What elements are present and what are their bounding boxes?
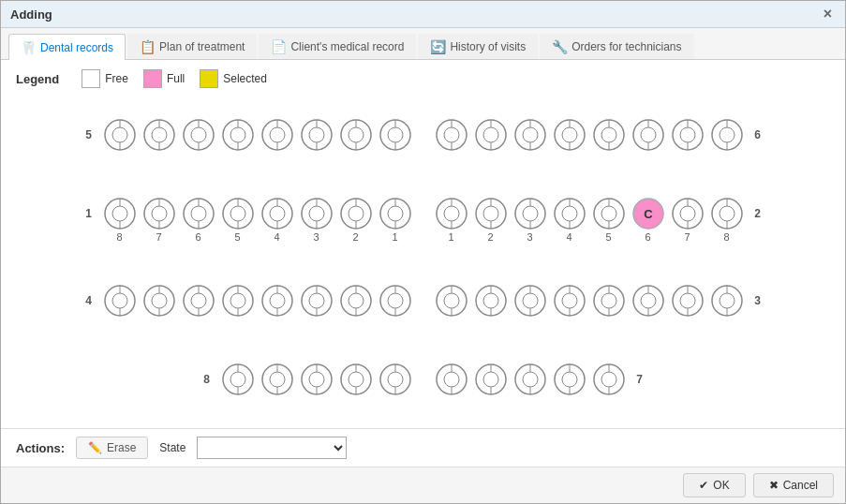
tooth-68[interactable]: [707, 115, 747, 155]
tooth-33[interactable]: [511, 281, 550, 320]
tooth-27[interactable]: [668, 194, 707, 233]
ok-button[interactable]: ✔ OK: [683, 473, 745, 497]
tooth-48[interactable]: [100, 281, 140, 320]
svg-point-121: [444, 293, 459, 308]
tooth-37[interactable]: [668, 281, 707, 320]
svg-point-133: [601, 293, 616, 308]
upper-main-row-group: 1: [25, 194, 821, 243]
tooth-16[interactable]: [179, 194, 218, 233]
tooth-36[interactable]: [629, 281, 668, 320]
tab-orders-technicians[interactable]: 🔧 Orders for technicians: [540, 34, 693, 59]
tooth-62[interactable]: [471, 115, 511, 155]
svg-point-124: [483, 293, 498, 308]
tooth-41[interactable]: [376, 281, 415, 320]
tooth-73[interactable]: [511, 360, 550, 399]
tooth-54[interactable]: [218, 115, 258, 155]
tooth-51[interactable]: [100, 115, 140, 155]
svg-point-145: [230, 372, 245, 387]
upper-right-outer: [432, 115, 747, 155]
tooth-46[interactable]: [179, 281, 218, 320]
tooth-67[interactable]: [668, 115, 707, 155]
tooth-65[interactable]: [589, 115, 629, 155]
legend-selected-box: [200, 69, 218, 88]
svg-point-109: [270, 293, 285, 308]
svg-point-86: [601, 206, 616, 221]
tooth-15[interactable]: [218, 194, 258, 233]
svg-point-11: [230, 127, 245, 142]
tooth-13[interactable]: [297, 194, 336, 233]
quad-label-4: 4: [78, 294, 100, 307]
teeth-chart: 5: [16, 96, 830, 419]
tab-dental-records[interactable]: 🦷 Dental records: [8, 34, 126, 60]
svg-point-172: [601, 372, 616, 387]
svg-point-50: [112, 206, 127, 221]
tooth-57[interactable]: [336, 115, 376, 155]
svg-point-59: [230, 206, 245, 221]
state-select[interactable]: Option 1 Option 2: [197, 437, 347, 459]
legend-full-box: [143, 69, 162, 88]
tooth-61[interactable]: [432, 115, 471, 155]
tooth-43[interactable]: [297, 281, 336, 320]
svg-point-77: [483, 206, 498, 221]
legend-free: Free: [82, 69, 128, 88]
cancel-button[interactable]: ✖ Cancel: [753, 473, 834, 497]
tooth-31[interactable]: [432, 281, 471, 320]
quad-label-1: 1: [78, 207, 100, 220]
tab-medical-record[interactable]: 📄 Client's medical record: [259, 34, 416, 59]
tooth-44[interactable]: [258, 281, 297, 320]
svg-point-32: [523, 127, 538, 142]
svg-point-160: [444, 372, 459, 387]
tooth-55[interactable]: [258, 115, 297, 155]
tooth-53[interactable]: [179, 115, 218, 155]
svg-point-151: [309, 372, 324, 387]
tooth-56[interactable]: [297, 115, 336, 155]
tooth-74[interactable]: [550, 360, 589, 399]
tooth-58[interactable]: [376, 115, 415, 155]
tooth-47[interactable]: [140, 281, 179, 320]
svg-point-29: [483, 127, 498, 142]
svg-point-91: [680, 206, 695, 221]
tooth-84[interactable]: [336, 360, 376, 399]
svg-point-130: [562, 293, 577, 308]
tooth-71[interactable]: [432, 360, 471, 399]
tooth-63[interactable]: [511, 115, 550, 155]
tooth-25[interactable]: [589, 194, 629, 233]
tooth-45[interactable]: [218, 281, 258, 320]
tooth-35[interactable]: [589, 281, 629, 320]
tooth-81[interactable]: [218, 360, 258, 399]
tooth-14[interactable]: [258, 194, 297, 233]
tooth-85[interactable]: [376, 360, 415, 399]
tab-history-visits[interactable]: 🔄 History of visits: [418, 34, 538, 59]
tooth-18[interactable]: [100, 194, 140, 233]
svg-point-65: [309, 206, 324, 221]
close-button[interactable]: ×: [820, 7, 836, 22]
tooth-72[interactable]: [471, 360, 511, 399]
tooth-64[interactable]: [550, 115, 589, 155]
tab-plan-of-treatment[interactable]: 📋 Plan of treatment: [127, 34, 257, 59]
tooth-83[interactable]: [297, 360, 336, 399]
tooth-11[interactable]: [376, 194, 415, 233]
tooth-38[interactable]: [707, 281, 747, 320]
tooth-23[interactable]: [511, 194, 550, 233]
tooth-22[interactable]: [471, 194, 511, 233]
erase-button[interactable]: ✏️ Erase: [76, 437, 148, 459]
tooth-32[interactable]: [471, 281, 511, 320]
tooth-42[interactable]: [336, 281, 376, 320]
tooth-34[interactable]: [550, 281, 589, 320]
tooth-24[interactable]: [550, 194, 589, 233]
tooth-66[interactable]: [629, 115, 668, 155]
tooth-17[interactable]: [140, 194, 179, 233]
svg-point-20: [349, 127, 364, 142]
legend-title: Legend: [16, 72, 59, 86]
tooth-21[interactable]: [432, 194, 471, 233]
tooth-82[interactable]: [258, 360, 297, 399]
tooth-28[interactable]: [707, 194, 747, 233]
tooth-12[interactable]: [336, 194, 376, 233]
svg-point-83: [562, 206, 577, 221]
tooth-52[interactable]: [140, 115, 179, 155]
svg-text:C: C: [644, 207, 653, 221]
tooth-26[interactable]: C: [629, 194, 668, 233]
actions-bar: Actions: ✏️ Erase State Option 1 Option …: [1, 428, 845, 467]
tooth-75[interactable]: [589, 360, 629, 399]
quad-label-7: 7: [629, 373, 651, 386]
